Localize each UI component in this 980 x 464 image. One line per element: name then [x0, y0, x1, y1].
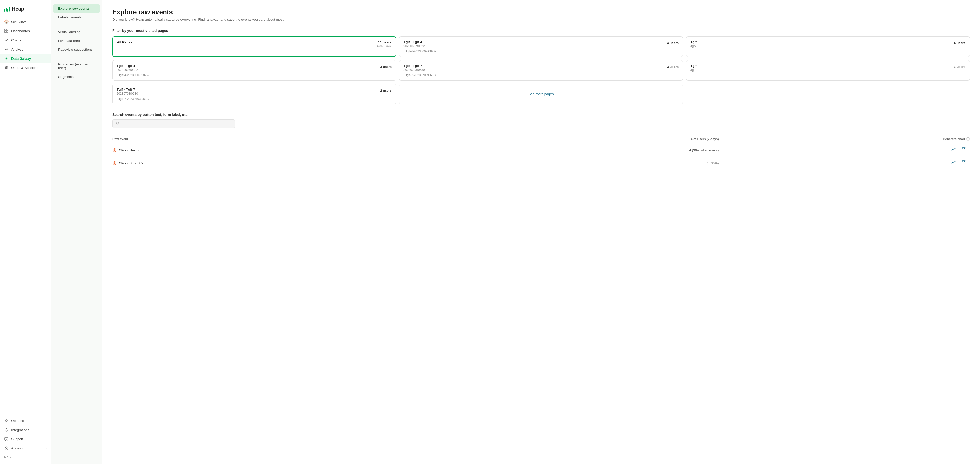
page-card-name: Tgif	[690, 64, 697, 68]
svg-rect-1	[6, 29, 8, 31]
search-input[interactable]	[122, 122, 231, 126]
svg-point-7	[5, 419, 7, 422]
sidebar-item-analyze[interactable]: Analyze	[0, 45, 51, 54]
sidebar-item-overview[interactable]: 🏠 Overview	[0, 17, 51, 26]
subnav-labeled-events[interactable]: Labeled events	[53, 13, 100, 21]
generate-funnel-chart-btn[interactable]	[961, 160, 967, 166]
integrations-icon	[4, 427, 9, 432]
page-card-users: 3 users	[954, 65, 966, 69]
page-card-name: Tgif - Tgif 7	[117, 88, 138, 91]
page-card-all-pages[interactable]: All Pages 11 users Last 7 days	[112, 36, 396, 57]
subnav-explore-raw-events[interactable]: Explore raw events	[53, 4, 100, 13]
page-bar-container: 4 users	[665, 41, 679, 45]
page-title: Explore raw events	[112, 8, 970, 16]
page-card-name: All Pages	[117, 40, 132, 44]
page-card-sub: 20230703t0630	[404, 68, 425, 72]
page-card-users: 3 users	[380, 65, 392, 69]
page-card-users: 4 users	[667, 41, 679, 45]
subnav-live-data-feed[interactable]: Live data feed	[53, 37, 100, 45]
actions-cell	[722, 157, 970, 170]
users-cell: 4 (36% of all users)	[422, 144, 722, 157]
click-event-icon	[112, 148, 117, 153]
raw-events-table: Raw event # of users (7 days) Generate c…	[112, 136, 970, 170]
svg-marker-8	[5, 428, 8, 431]
sub-nav: Explore raw events Labeled events Visual…	[51, 0, 102, 464]
svg-rect-0	[5, 29, 6, 31]
sidebar-item-data-galaxy[interactable]: Data Galaxy	[0, 54, 51, 63]
subnav-segments[interactable]: Segments	[53, 73, 100, 81]
sidebar-item-charts[interactable]: Charts	[0, 35, 51, 45]
sidebar-item-support[interactable]: Support	[0, 434, 51, 443]
page-card-name: Tgif	[690, 40, 697, 44]
page-bar-container: 2 users	[379, 89, 392, 92]
page-card-url: /tgif/	[690, 45, 697, 48]
logo-icon	[4, 6, 10, 12]
page-card-url: ...tgif-7-20230703t0630/	[404, 73, 679, 77]
see-more-pages[interactable]: See more pages	[399, 84, 683, 104]
main-content: Explore raw events Did you know? Heap au…	[102, 0, 980, 464]
sidebar-item-users-sessions[interactable]: Users & Sessions	[0, 63, 51, 72]
svg-point-6	[7, 66, 8, 67]
page-bar-container: 3 users	[379, 65, 392, 69]
page-card-url: ...tgif-4-20230607t0822/	[117, 73, 392, 77]
filter-section-label: Filter by your most visited pages	[112, 29, 970, 33]
analyze-icon	[4, 47, 9, 52]
subnav-visual-labeling[interactable]: Visual labeling	[53, 28, 100, 36]
svg-line-12	[119, 124, 120, 125]
page-card-sub: 20230607t0822	[117, 68, 138, 72]
col-raw-event: Raw event	[112, 136, 422, 144]
page-card-users: 4 users	[954, 41, 966, 45]
svg-point-10	[6, 447, 7, 449]
account-chevron: ›	[46, 446, 47, 450]
subnav-properties[interactable]: Properties (event & user)	[53, 60, 100, 72]
integrations-chevron: ›	[46, 428, 47, 431]
page-card-tgif-slash[interactable]: Tgif /tgif/ 4 users	[686, 36, 970, 57]
page-card-sub: 20230607t0822	[404, 45, 425, 48]
svg-rect-2	[5, 31, 6, 33]
page-card-period: Last 7 days	[377, 44, 391, 47]
page-card-url: /tgif	[690, 68, 697, 72]
sidebar-item-integrations[interactable]: Integrations ›	[0, 425, 51, 434]
sidebar-item-account[interactable]: Account ›	[0, 443, 51, 453]
subnav-pageview-suggestions[interactable]: Pageview suggestions	[53, 45, 100, 54]
table-row: Click - Next > 4 (36% of all users)	[112, 144, 970, 157]
svg-point-5	[5, 66, 6, 68]
page-bar-container: 3 users	[952, 65, 966, 69]
account-icon	[4, 446, 9, 450]
home-icon: 🏠	[4, 19, 9, 24]
dashboards-icon	[4, 29, 9, 33]
generate-line-chart-btn[interactable]	[950, 147, 958, 153]
sub-nav-divider-1	[55, 24, 98, 25]
table-row: Click - Submit > 4 (36%)	[112, 157, 970, 170]
generate-funnel-chart-btn[interactable]	[961, 147, 967, 153]
page-card-tgif4-0607[interactable]: Tgif - Tgif 4 20230607t0822 4 users ...t…	[399, 36, 683, 57]
col-generate-chart: Generate chart i	[722, 136, 970, 144]
page-card-name: Tgif - Tgif 7	[404, 64, 425, 68]
svg-rect-3	[6, 31, 8, 33]
sidebar-item-updates[interactable]: Updates	[0, 416, 51, 425]
svg-point-13	[113, 148, 116, 152]
page-card-url: ...tgif-4-20230607t0822/	[404, 49, 679, 53]
generate-chart-info-icon: i	[966, 137, 970, 141]
page-card-tgif7-0703[interactable]: Tgif - Tgif 7 20230703t0630 3 users ...t…	[399, 60, 683, 81]
page-card-tgif-plain[interactable]: Tgif /tgif 3 users	[686, 60, 970, 81]
logo: Heap	[0, 4, 51, 17]
page-subtitle: Did you know? Heap automatically capture…	[112, 18, 970, 21]
page-card-name: Tgif - Tgif 4	[404, 40, 425, 44]
updates-icon	[4, 418, 9, 423]
users-sessions-icon	[4, 65, 9, 70]
sidebar-item-dashboards[interactable]: Dashboards	[0, 26, 51, 35]
support-icon	[4, 437, 9, 441]
users-cell: 4 (36%)	[422, 157, 722, 170]
pages-grid: All Pages 11 users Last 7 days Tgif - Tg…	[112, 36, 970, 104]
page-card-users: 11 users	[377, 40, 391, 44]
sidebar-section-main: Main	[0, 453, 51, 460]
search-section-label: Search events by button text, form label…	[112, 113, 970, 117]
data-galaxy-icon	[4, 56, 9, 61]
page-card-tgif4-0607-2[interactable]: Tgif - Tgif 4 20230607t0822 3 users ...t…	[112, 60, 396, 81]
page-bar-container: 4 users	[952, 41, 966, 45]
charts-icon	[4, 38, 9, 42]
generate-line-chart-btn[interactable]	[950, 160, 958, 166]
event-cell: Click - Next >	[112, 144, 422, 157]
page-card-tgif7-0703-2[interactable]: Tgif - Tgif 7 20230703t0630 2 users ...t…	[112, 84, 396, 104]
